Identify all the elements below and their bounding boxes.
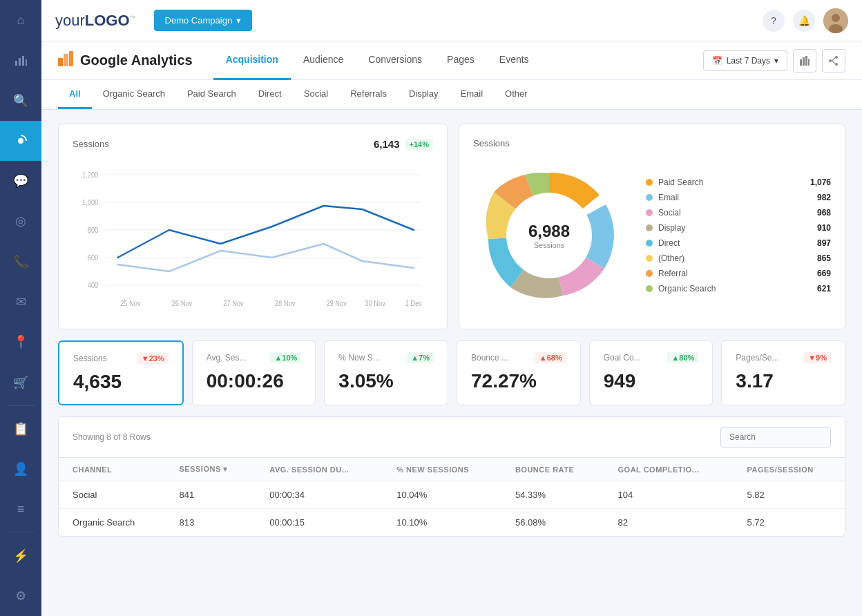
search-input[interactable] (720, 427, 831, 447)
chart-toggle-button[interactable] (793, 49, 816, 73)
search-icon[interactable]: 🔍 (0, 81, 41, 121)
demo-campaign-button[interactable]: Demo Campaign ▾ (154, 10, 253, 31)
cell-sessions: 841 (166, 481, 256, 509)
donut-center-value: 6,988 (528, 222, 570, 241)
metric-goal-completions[interactable]: Goal Co... ▲80% 949 (589, 340, 713, 405)
metric-pages-badge: ▼9% (804, 352, 831, 363)
settings-icon[interactable]: ⚙ (0, 576, 41, 616)
cell-avg-session: 00:00:34 (256, 481, 383, 509)
ga-header: Google Analytics Acquisition Audience Co… (41, 41, 862, 80)
email-icon[interactable]: ✉ (0, 282, 41, 322)
page-title: Google Analytics (80, 52, 193, 68)
plugin-icon[interactable]: ⚡ (0, 535, 41, 575)
logo: yourLOGO™ (55, 12, 136, 30)
cell-pages: 5.82 (734, 481, 845, 509)
tab-audience[interactable]: Audience (291, 41, 356, 80)
notifications-icon[interactable]: 🔔 (793, 10, 815, 32)
subnav-all[interactable]: All (58, 80, 92, 109)
report-icon[interactable]: 📋 (0, 409, 41, 449)
metric-goal-value: 949 (604, 370, 699, 392)
sessions-chart-value: 6,143 (374, 138, 400, 150)
cell-bounce: 54.33% (501, 481, 604, 509)
chat-icon[interactable]: 💬 (0, 161, 41, 201)
share-button[interactable] (822, 49, 845, 73)
svg-rect-8 (58, 58, 63, 66)
table-header-row: CHANNEL SESSIONS ▾ AVG. SESSION DU... % … (59, 458, 845, 481)
subnav-referrals[interactable]: Referrals (339, 80, 398, 109)
sub-nav: All Organic Search Paid Search Direct So… (41, 80, 862, 110)
analytics-icon[interactable] (0, 40, 41, 80)
svg-text:800: 800 (88, 227, 99, 234)
subnav-paid-search[interactable]: Paid Search (176, 80, 247, 109)
metric-new-value: 3.05% (338, 370, 434, 392)
donut-chart-title: Sessions (473, 138, 510, 148)
subnav-direct[interactable]: Direct (247, 80, 293, 109)
date-range-button[interactable]: 📅 Last 7 Days ▾ (703, 50, 787, 71)
data-table: CHANNEL SESSIONS ▾ AVG. SESSION DU... % … (59, 458, 845, 536)
subnav-email[interactable]: Email (450, 80, 495, 109)
logo-main: LOGO (85, 12, 130, 29)
help-icon[interactable]: ? (763, 10, 785, 32)
user-icon[interactable]: 👤 (0, 449, 41, 489)
phone-icon[interactable]: 📞 (0, 242, 41, 282)
legend-direct: Direct 897 (646, 238, 831, 248)
dashboard-icon[interactable] (0, 121, 41, 161)
list-icon[interactable]: ≡ (0, 489, 41, 529)
svg-rect-1 (19, 58, 21, 66)
paid-search-dot (646, 179, 653, 186)
legend-referral: Referral 669 (646, 269, 831, 278)
line-chart-svg: 1,200 1,000 800 600 400 25 Nov 26 Nov 27… (73, 161, 433, 313)
col-goal: GOAL COMPLETIO... (604, 458, 734, 481)
table-header-bar: Showing 8 of 8 Rows (59, 417, 845, 458)
metric-avg-value: 00:00:26 (207, 370, 302, 392)
svg-rect-0 (15, 61, 17, 66)
svg-text:25 Nov: 25 Nov (120, 300, 141, 307)
subnav-other[interactable]: Other (494, 80, 539, 109)
metric-avg-label: Avg. Ses... (207, 353, 247, 363)
svg-rect-12 (803, 57, 805, 66)
target-icon[interactable]: ◎ (0, 201, 41, 241)
referral-dot (646, 270, 653, 277)
metric-sessions[interactable]: Sessions ▼23% 4,635 (58, 340, 184, 405)
subnav-social[interactable]: Social (293, 80, 339, 109)
col-pages: PAGES/SESSION (734, 458, 845, 481)
tab-conversions[interactable]: Conversions (356, 41, 434, 80)
tab-acquisition[interactable]: Acquisition (213, 41, 291, 80)
metric-avg-badge: ▲10% (270, 352, 301, 363)
home-icon[interactable]: ⌂ (0, 0, 41, 40)
col-pct-new: % NEW SESSIONS (383, 458, 501, 481)
tab-events[interactable]: Events (487, 41, 542, 80)
subnav-organic-search[interactable]: Organic Search (92, 80, 176, 109)
avatar[interactable] (823, 8, 848, 33)
calendar-icon: 📅 (712, 56, 722, 66)
tab-pages[interactable]: Pages (434, 41, 487, 80)
svg-rect-11 (800, 59, 802, 66)
cell-bounce: 56.08% (501, 509, 604, 537)
svg-line-18 (832, 58, 835, 61)
legend-display: Display 910 (646, 223, 831, 233)
table-info: Showing 8 of 8 Rows (73, 432, 151, 442)
table-row: Organic Search 813 00:00:15 10.10% 56.08… (59, 509, 845, 537)
table-row: Social 841 00:00:34 10.04% 54.33% 104 5.… (59, 481, 845, 509)
chevron-down-icon: ▾ (774, 56, 778, 66)
subnav-display[interactable]: Display (398, 80, 450, 109)
metric-avg-session[interactable]: Avg. Ses... ▲10% 00:00:26 (192, 340, 316, 405)
col-sessions[interactable]: SESSIONS ▾ (166, 458, 256, 481)
svg-point-17 (829, 59, 832, 62)
logo-your: your (55, 12, 85, 29)
svg-text:30 Nov: 30 Nov (365, 300, 385, 307)
cart-icon[interactable]: 🛒 (0, 362, 41, 402)
donut-legend: Paid Search 1,076 Email 982 Social (646, 177, 831, 293)
metric-pages-session[interactable]: Pages/Se... ▼9% 3.17 (721, 340, 845, 405)
svg-text:28 Nov: 28 Nov (275, 300, 296, 307)
location-icon[interactable]: 📍 (0, 322, 41, 362)
cell-goal: 82 (604, 509, 734, 537)
svg-text:1 Dec: 1 Dec (405, 300, 422, 307)
metric-new-badge: ▲7% (407, 352, 434, 363)
metric-bounce-rate[interactable]: Bounce ... ▲68% 72.27% (457, 340, 581, 405)
metric-pages-value: 3.17 (736, 370, 831, 392)
metric-cards: Sessions ▼23% 4,635 Avg. Ses... ▲10% 00:… (58, 340, 845, 405)
svg-point-16 (835, 63, 838, 66)
metric-new-sessions[interactable]: % New S... ▲7% 3.05% (324, 340, 448, 405)
svg-text:26 Nov: 26 Nov (172, 300, 193, 307)
